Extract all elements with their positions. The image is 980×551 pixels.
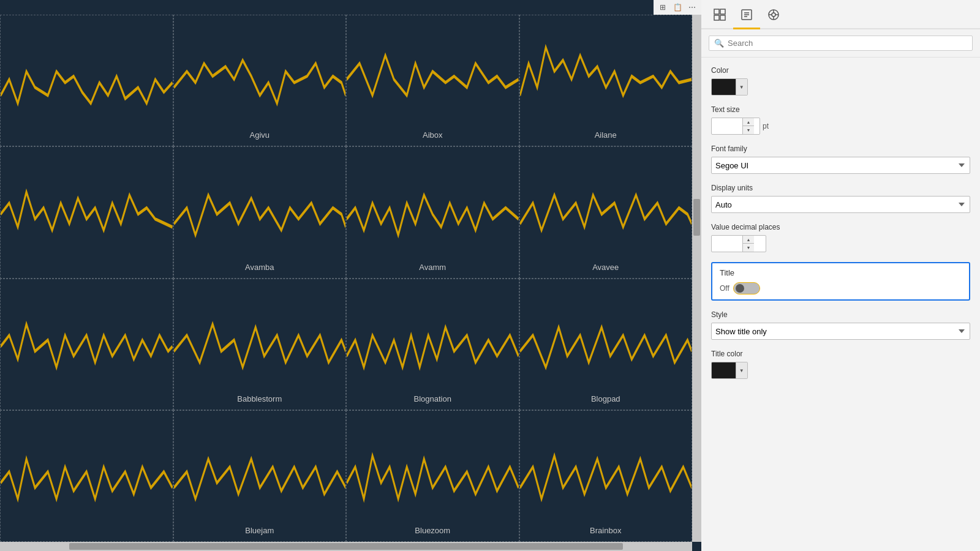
chart-cell-7[interactable]: Avavee [519, 146, 693, 278]
sparkline-2 [347, 15, 519, 127]
chart-label-13: Bluejam [245, 526, 274, 535]
chart-grid: AgivuAiboxAilaneAvambaAvammAvaveeBabbles… [0, 15, 692, 542]
chart-cell-11[interactable]: Blogpad [519, 279, 693, 410]
text-size-up[interactable]: ▲ [743, 118, 754, 126]
chart-label-10: Blognation [414, 394, 451, 403]
sparkline-14 [347, 411, 519, 523]
chart-cell-6[interactable]: Avamm [346, 146, 519, 278]
text-size-input-wrap: 9 ▲ ▼ [711, 118, 760, 135]
search-bar: 🔍 [701, 29, 980, 58]
title-toggle[interactable] [733, 282, 760, 294]
title-card-header: Title [720, 268, 962, 277]
sparkline-13 [174, 411, 346, 523]
toolbar-more-icon[interactable]: ⋯ [685, 2, 699, 13]
svg-rect-0 [714, 9, 719, 14]
decimal-up[interactable]: ▲ [743, 236, 754, 244]
chart-label-6: Avamm [419, 263, 446, 272]
svg-rect-3 [720, 15, 725, 20]
fields-icon [713, 8, 726, 21]
sparkline-3 [520, 15, 692, 127]
search-input-wrap[interactable]: 🔍 [709, 36, 973, 51]
chart-cell-12[interactable] [0, 410, 173, 542]
chart-label-15: Brainbox [590, 526, 621, 535]
display-units-group: Display units Auto None Thousands Millio… [711, 184, 970, 213]
title-color-swatch[interactable]: ▼ [711, 362, 748, 379]
main-chart-area: ⊞ 📋 ⋯ AgivuAiboxAilaneAvambaAvammAvaveeB… [0, 0, 701, 551]
search-input[interactable] [728, 39, 967, 48]
chart-cell-9[interactable]: Babblestorm [173, 279, 347, 410]
sparkline-12 [1, 411, 173, 523]
style-group: Style Show title only Show tooltip only … [711, 310, 970, 340]
font-family-label: Font family [711, 144, 970, 153]
chart-cell-4[interactable] [0, 146, 173, 278]
chart-cell-13[interactable]: Bluejam [173, 410, 347, 542]
chart-cell-1[interactable]: Agivu [173, 15, 347, 146]
sparkline-10 [347, 279, 519, 391]
chart-label-5: Avamba [245, 263, 274, 272]
text-size-group: Text size 9 ▲ ▼ pt [711, 105, 970, 135]
decimal-down[interactable]: ▼ [743, 244, 754, 252]
title-color-block [712, 362, 736, 378]
vertical-scrollbar[interactable] [692, 15, 701, 542]
sparkline-4 [1, 147, 173, 259]
sparkline-7 [520, 147, 692, 259]
panel-tabs [701, 0, 980, 29]
horizontal-scrollbar[interactable] [0, 542, 692, 551]
chart-cell-8[interactable] [0, 279, 173, 410]
horizontal-scrollbar-thumb[interactable] [69, 543, 623, 550]
color-dropdown-btn[interactable]: ▼ [736, 79, 747, 95]
color-group: Color ▼ [711, 66, 970, 96]
chart-cell-3[interactable]: Ailane [519, 15, 693, 146]
chart-label-1: Agivu [249, 130, 270, 140]
title-color-group: Title color ▼ [711, 350, 970, 379]
tab-fields[interactable] [706, 1, 733, 28]
color-swatch[interactable]: ▼ [711, 78, 748, 96]
decimal-input[interactable]: Auto [712, 236, 742, 252]
text-size-input[interactable]: 9 [712, 118, 742, 134]
title-color-label: Title color [711, 350, 970, 358]
toolbar-export-icon[interactable]: 📋 [671, 2, 684, 13]
tab-format[interactable] [733, 1, 760, 28]
text-size-unit: pt [763, 122, 769, 130]
vertical-scrollbar-thumb[interactable] [693, 199, 700, 236]
title-card: Title Off [711, 262, 970, 301]
chart-label-14: Bluezoom [415, 526, 450, 535]
chart-label-3: Ailane [595, 130, 617, 140]
sparkline-8 [1, 279, 173, 391]
chart-cell-10[interactable]: Blognation [346, 279, 519, 410]
value-decimal-group: Value decimal places Auto ▲ ▼ [711, 223, 970, 252]
sparkline-11 [520, 279, 692, 391]
chart-label-2: Aibox [423, 130, 443, 140]
chart-cell-0[interactable] [0, 15, 173, 146]
svg-rect-1 [720, 9, 725, 14]
title-toggle-row: Off [720, 282, 962, 294]
chart-cell-2[interactable]: Aibox [346, 15, 519, 146]
value-decimal-label: Value decimal places [711, 223, 970, 231]
sparkline-5 [174, 147, 346, 259]
panel-content: Color ▼ Text size 9 ▲ ▼ pt Fo [701, 58, 980, 551]
decimal-spinners: ▲ ▼ [742, 236, 754, 252]
sparkline-9 [174, 279, 346, 391]
sparkline-1 [174, 15, 346, 127]
chart-cell-5[interactable]: Avamba [173, 146, 347, 278]
style-select[interactable]: Show title only Show tooltip only Show b… [711, 323, 970, 340]
svg-rect-2 [714, 15, 719, 20]
analytics-icon [767, 8, 780, 21]
toolbar-grid-icon[interactable]: ⊞ [656, 2, 669, 13]
text-size-down[interactable]: ▼ [743, 126, 754, 134]
chart-cell-14[interactable]: Bluezoom [346, 410, 519, 542]
color-label: Color [711, 66, 970, 75]
display-units-select[interactable]: Auto None Thousands Millions [711, 196, 970, 213]
search-icon: 🔍 [714, 39, 724, 48]
chart-toolbar: ⊞ 📋 ⋯ [654, 0, 701, 15]
title-color-dropdown-btn[interactable]: ▼ [736, 362, 747, 378]
style-label: Style [711, 310, 970, 319]
sparkline-0 [1, 15, 173, 127]
text-size-spinners: ▲ ▼ [742, 118, 754, 134]
color-block [712, 79, 736, 95]
title-toggle-thumb [736, 284, 744, 293]
chart-cell-15[interactable]: Brainbox [519, 410, 693, 542]
tab-analytics[interactable] [760, 1, 787, 28]
sparkline-6 [347, 147, 519, 259]
font-family-select[interactable]: Segoe UI Arial Calibri [711, 157, 970, 174]
